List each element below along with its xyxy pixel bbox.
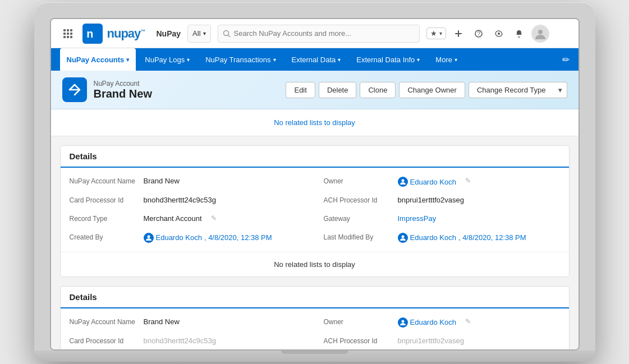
help-icon[interactable]: ? [471, 26, 486, 42]
record-type-edit-icon[interactable]: ✎ [211, 214, 217, 222]
field-label-owner: Owner [324, 177, 391, 186]
avatar[interactable] [531, 25, 549, 43]
subnav-item-nupay-accounts[interactable]: NuPay Accounts ▾ [60, 48, 136, 71]
subnav-label: NuPay Logs [145, 56, 185, 64]
detail-row-gateway: Gateway ImpressPay [315, 210, 569, 228]
grid-icon[interactable] [60, 26, 76, 42]
svg-point-19 [401, 179, 404, 182]
subnav-item-more[interactable]: More ▾ [429, 48, 464, 71]
add-icon[interactable] [451, 26, 466, 42]
user-avatar-icon-2 [398, 317, 408, 328]
change-owner-button[interactable]: Change Owner [399, 82, 465, 98]
field-label-created-by: Created By [70, 233, 137, 242]
owner-edit-icon[interactable]: ✎ [465, 177, 471, 185]
app-name: NuPay [157, 29, 181, 38]
logo-text: nupay™ [107, 26, 145, 41]
settings-icon[interactable] [491, 26, 507, 42]
detail-row-2-account-name: NuPay Account Name Brand New [61, 313, 315, 332]
edit-button[interactable]: Edit [286, 82, 315, 98]
subnav-item-nupay-transactions[interactable]: NuPay Transactions ▾ [199, 48, 282, 71]
detail-row-2-owner: Owner Eduardo Koch ✎ [315, 313, 569, 332]
svg-line-12 [228, 35, 230, 37]
user-avatar-icon [398, 177, 408, 187]
details-grid-1: NuPay Account Name Brand New Owner Eduar… [61, 168, 569, 252]
record-title-area: NuPay Account Brand New [94, 80, 152, 100]
change-record-type-dropdown-button[interactable]: ▾ [554, 82, 567, 98]
subnav-item-nupay-logs[interactable]: NuPay Logs ▾ [138, 48, 196, 71]
search-dropdown[interactable]: All ▾ [187, 25, 210, 43]
bell-icon[interactable] [511, 26, 527, 42]
clone-button[interactable]: Clone [360, 82, 396, 98]
search-icon [223, 30, 231, 38]
field-label-account-name: NuPay Account Name [70, 177, 137, 186]
detail-row-created-by: Created By Eduardo Koch, 4/8/2020, 12:38… [61, 228, 315, 247]
detail-row-card-processor: Card Processor Id bnohd3herttt24c9c53g [61, 191, 315, 210]
sub-nav: NuPay Accounts ▾ NuPay Logs ▾ NuPay Tran… [51, 48, 579, 71]
star-icon: ★ [430, 29, 437, 38]
field-label-2-card-processor: Card Processor Id [70, 337, 137, 346]
detail-row-account-name: NuPay Account Name Brand New [61, 172, 315, 191]
no-related-bottom-1: No related lists to display [61, 252, 569, 277]
subnav-arrow-icon: ▾ [338, 57, 341, 63]
field-label-gateway: Gateway [324, 214, 391, 224]
svg-rect-4 [67, 33, 69, 35]
laptop-screen: n nupay™ NuPay All ▾ [50, 18, 580, 351]
svg-rect-2 [70, 29, 72, 31]
no-related-top-text: No related lists to display [274, 118, 355, 127]
svg-point-21 [401, 235, 404, 238]
record-type-icon [62, 77, 87, 102]
change-record-type-button[interactable]: Change Record Type [469, 82, 554, 98]
subnav-item-external-data-info[interactable]: External Data Info ▾ [350, 48, 426, 71]
svg-rect-3 [63, 33, 66, 35]
field-value-record-type: Merchant Account [144, 214, 202, 223]
main-content: Details NuPay Account Name Brand New Own… [51, 136, 579, 349]
search-bar [218, 25, 420, 43]
search-input[interactable] [234, 29, 415, 38]
favorites-button[interactable]: ★ ▾ [426, 27, 446, 39]
svg-point-20 [147, 235, 150, 238]
laptop-base [34, 351, 595, 362]
no-related-top-banner: No related lists to display [51, 109, 579, 136]
svg-rect-14 [455, 33, 462, 34]
owner-edit-icon-2[interactable]: ✎ [465, 317, 471, 325]
top-nav: n nupay™ NuPay All ▾ [51, 19, 579, 48]
field-label-2-owner: Owner [324, 317, 391, 327]
field-value-2-ach-processor: bnprui1ertttfo2vaseg [398, 337, 465, 345]
field-value-2-card-processor: bnohd3herttt24c9c53g [144, 337, 216, 345]
detail-row-ach-processor: ACH Processor Id bnprui1ertttfo2vaseg [315, 191, 569, 210]
svg-point-11 [223, 30, 228, 35]
subnav-arrow-icon: ▾ [454, 57, 457, 63]
logo-area: n nupay™ [82, 24, 150, 44]
svg-point-22 [401, 320, 404, 322]
detail-row-owner: Owner Eduardo Koch ✎ [315, 172, 569, 191]
laptop-notch [281, 351, 348, 354]
delete-button[interactable]: Delete [319, 82, 357, 98]
field-value-owner[interactable]: Eduardo Koch [398, 177, 456, 187]
svg-point-18 [538, 30, 543, 34]
field-label-2-ach-processor: ACH Processor Id [324, 337, 391, 346]
details-grid-2: NuPay Account Name Brand New Owner Eduar… [61, 308, 569, 349]
detail-row-2-ach-processor: ACH Processor Id bnprui1ertttfo2vaseg [315, 332, 569, 349]
detail-row-2-card-processor: Card Processor Id bnohd3herttt24c9c53g [61, 332, 315, 349]
field-value-last-modified: Eduardo Koch, 4/8/2020, 12:38 PM [398, 233, 526, 243]
svg-rect-1 [67, 29, 69, 31]
subnav-label: External Data [292, 56, 336, 64]
subnav-edit-icon[interactable]: ✏ [562, 54, 570, 65]
dropdown-label: All [192, 29, 200, 38]
subnav-item-external-data[interactable]: External Data ▾ [285, 48, 348, 71]
subnav-label: NuPay Transactions [205, 56, 270, 64]
details-header-2: Details [61, 287, 569, 308]
svg-rect-6 [63, 36, 66, 38]
svg-rect-5 [70, 33, 72, 35]
field-value-2-account-name: Brand New [144, 317, 180, 326]
field-value-card-processor: bnohd3herttt24c9c53g [144, 196, 216, 204]
field-value-2-owner[interactable]: Eduardo Koch [398, 317, 456, 328]
field-label-last-modified: Last Modified By [324, 233, 391, 242]
detail-row-record-type: Record Type Merchant Account ✎ [61, 210, 315, 228]
field-value-gateway[interactable]: ImpressPay [398, 214, 437, 223]
svg-rect-8 [70, 36, 72, 38]
no-related-bottom-text-1: No related lists to display [274, 260, 355, 269]
subnav-arrow-icon: ▾ [273, 57, 276, 63]
details-card-2: Details NuPay Account Name Brand New Own… [60, 286, 570, 349]
subnav-label: External Data Info [356, 56, 415, 64]
